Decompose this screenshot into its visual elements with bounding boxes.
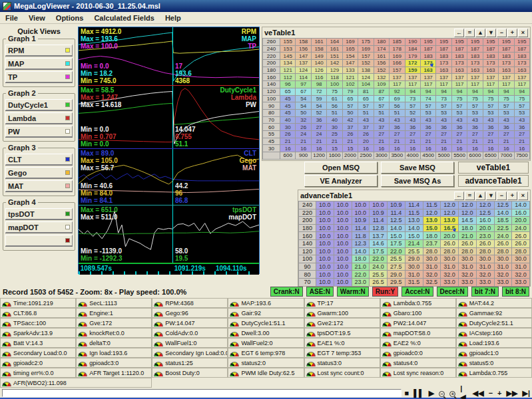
- ve-cell[interactable]: 137: [483, 74, 498, 81]
- advance-cell[interactable]: 10.0: [316, 278, 334, 286]
- ve-cell[interactable]: 56: [390, 102, 405, 110]
- ve-cell[interactable]: 51: [327, 109, 342, 116]
- advance-cell[interactable]: 12.0: [441, 209, 459, 217]
- ve-cell[interactable]: 57: [514, 102, 529, 110]
- ve-cell[interactable]: 73: [405, 95, 420, 102]
- ve-cell[interactable]: 164: [327, 39, 342, 46]
- ve-cell[interactable]: 134: [280, 60, 296, 67]
- advance-cell[interactable]: 11.5: [405, 209, 423, 217]
- ve-cell[interactable]: 51: [358, 109, 374, 116]
- ve-cell[interactable]: 26: [296, 124, 311, 131]
- ve-cell[interactable]: 163: [483, 66, 498, 74]
- ve-cell[interactable]: 57: [374, 102, 389, 110]
- advance-cell[interactable]: 10.0: [316, 255, 334, 263]
- ve-cell[interactable]: 57: [483, 102, 498, 110]
- ve-cell[interactable]: 45: [280, 95, 296, 102]
- ve-cell[interactable]: 187: [420, 45, 435, 53]
- advance-cell[interactable]: 10.0: [334, 239, 352, 247]
- ve-cell[interactable]: 53: [467, 109, 483, 116]
- ve-cell[interactable]: 195: [451, 39, 467, 46]
- ve-cell[interactable]: 43: [390, 116, 405, 124]
- ve-cell[interactable]: 195: [420, 39, 435, 46]
- ve-cell[interactable]: 154: [342, 53, 358, 60]
- timeline-scrollbar[interactable]: [2, 389, 401, 397]
- ve-cell[interactable]: 157: [390, 66, 405, 74]
- ve-cell[interactable]: 53: [451, 109, 467, 116]
- advance-cell[interactable]: 30.0: [441, 255, 459, 263]
- ve-cell[interactable]: 124: [296, 66, 311, 74]
- advance-cell[interactable]: 26.0: [476, 239, 494, 247]
- ve-cell[interactable]: 152: [358, 60, 374, 67]
- ve-cell[interactable]: 21: [405, 138, 420, 145]
- ve-cell[interactable]: 32: [296, 116, 311, 124]
- advance-cell[interactable]: 11.8: [352, 232, 370, 240]
- sidebar-item-rpm[interactable]: RPM: [5, 45, 73, 56]
- ve-cell[interactable]: 121: [280, 66, 296, 74]
- ve-cell[interactable]: 173: [467, 60, 483, 67]
- ve-cell[interactable]: 163: [436, 66, 451, 74]
- minus-icon[interactable]: −: [497, 192, 507, 200]
- ve-cell[interactable]: 16: [390, 145, 405, 152]
- ve-cell[interactable]: 183: [514, 53, 529, 60]
- plus-icon[interactable]: +: [507, 192, 517, 200]
- fast-forward-button[interactable]: ▶▶: [505, 389, 520, 398]
- advance-cell[interactable]: 13.0: [423, 217, 441, 225]
- advance-cell[interactable]: 14.0: [494, 209, 512, 217]
- advance-cell[interactable]: 32.0: [423, 271, 441, 279]
- ve-cell[interactable]: 75: [451, 95, 467, 102]
- ve-cell[interactable]: 117: [467, 81, 483, 88]
- ve-cell[interactable]: 94: [514, 88, 529, 95]
- ve-cell[interactable]: 27: [405, 130, 420, 138]
- advance-cell[interactable]: 20.0: [441, 232, 459, 240]
- ve-cell[interactable]: 26: [358, 130, 374, 138]
- advance-cell[interactable]: 12.5: [494, 201, 512, 209]
- ve-cell[interactable]: 100: [327, 81, 342, 88]
- advance-cell[interactable]: 14.0: [512, 201, 530, 209]
- ve-cell[interactable]: 52: [405, 109, 420, 116]
- ve-cell[interactable]: 21: [342, 138, 358, 145]
- ve-cell[interactable]: 16: [420, 145, 435, 152]
- plus-button[interactable]: +: [495, 389, 503, 398]
- ve-cell[interactable]: 27: [420, 130, 435, 138]
- ve-cell[interactable]: 15: [327, 145, 342, 152]
- ve-cell[interactable]: 27: [374, 130, 389, 138]
- ve-cell[interactable]: 173: [451, 60, 467, 67]
- advance-cell[interactable]: 28.0: [423, 247, 441, 255]
- ve-cell[interactable]: 27: [499, 130, 514, 138]
- ve-cell[interactable]: 147: [342, 60, 358, 67]
- advance-cell[interactable]: 23.0: [476, 232, 494, 240]
- ve-cell[interactable]: 21: [311, 138, 326, 145]
- advance-cell[interactable]: 10.0: [334, 232, 352, 240]
- ve-cell[interactable]: 16: [296, 145, 311, 152]
- ve-cell[interactable]: 25: [327, 130, 342, 138]
- advance-cell[interactable]: 11.5: [423, 201, 441, 209]
- ve-cell[interactable]: 57: [499, 102, 514, 110]
- up-icon[interactable]: ▲: [475, 192, 485, 200]
- advance-cell[interactable]: 10.0: [334, 255, 352, 263]
- advance-cell[interactable]: 15.0: [388, 232, 405, 240]
- ve-cell[interactable]: 75: [467, 95, 483, 102]
- advance-cell[interactable]: 24.0: [370, 263, 388, 271]
- advance-cell[interactable]: 12.5: [476, 209, 494, 217]
- ve-cell[interactable]: 179: [405, 53, 420, 60]
- advance-cell[interactable]: 10.0: [316, 271, 334, 279]
- ve-cell[interactable]: 36: [420, 124, 435, 131]
- ve-cell[interactable]: 163: [499, 66, 514, 74]
- ve-cell[interactable]: 94: [451, 88, 467, 95]
- ve-cell[interactable]: 54: [296, 95, 311, 102]
- ve-cell[interactable]: 57: [405, 102, 420, 110]
- advance-cell[interactable]: 28.0: [494, 247, 512, 255]
- ve-cell[interactable]: 175: [358, 39, 374, 46]
- ve-cell[interactable]: 117: [514, 81, 529, 88]
- advance-cell[interactable]: 22.0: [370, 255, 388, 263]
- ve-cell[interactable]: 157: [358, 53, 374, 60]
- advance-cell[interactable]: 14.6: [370, 239, 388, 247]
- advance-cell[interactable]: 12.0: [476, 201, 494, 209]
- ve-cell[interactable]: 53: [436, 109, 451, 116]
- advance-cell[interactable]: 31.5: [405, 278, 423, 286]
- ve-cell[interactable]: 53: [483, 109, 498, 116]
- ve-cell[interactable]: 56: [327, 102, 342, 110]
- ve-cell[interactable]: 117: [483, 81, 498, 88]
- advance-cell[interactable]: 10.0: [370, 201, 388, 209]
- advance-cell[interactable]: 10.0: [316, 239, 334, 247]
